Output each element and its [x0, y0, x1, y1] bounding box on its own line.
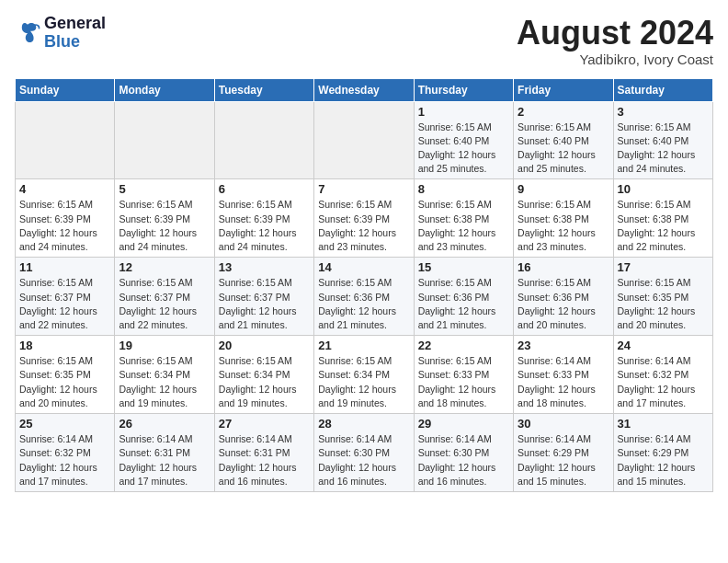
calendar-week-2: 4Sunrise: 6:15 AM Sunset: 6:39 PM Daylig…: [16, 179, 713, 258]
weekday-header-sunday: Sunday: [16, 78, 115, 101]
calendar-title: August 2024: [517, 15, 713, 52]
calendar-cell: 8Sunrise: 6:15 AM Sunset: 6:38 PM Daylig…: [414, 179, 513, 258]
day-info: Sunrise: 6:15 AM Sunset: 6:40 PM Dayligh…: [518, 121, 609, 177]
calendar-cell: 4Sunrise: 6:15 AM Sunset: 6:39 PM Daylig…: [16, 179, 115, 258]
day-info: Sunrise: 6:15 AM Sunset: 6:39 PM Dayligh…: [119, 198, 210, 254]
day-info: Sunrise: 6:15 AM Sunset: 6:33 PM Dayligh…: [418, 354, 509, 410]
day-info: Sunrise: 6:14 AM Sunset: 6:33 PM Dayligh…: [518, 354, 609, 410]
day-number: 7: [318, 182, 409, 196]
day-info: Sunrise: 6:14 AM Sunset: 6:30 PM Dayligh…: [318, 432, 409, 488]
calendar-cell: 10Sunrise: 6:15 AM Sunset: 6:38 PM Dayli…: [613, 179, 712, 258]
weekday-header-row: SundayMondayTuesdayWednesdayThursdayFrid…: [16, 78, 713, 101]
day-info: Sunrise: 6:15 AM Sunset: 6:37 PM Dayligh…: [119, 276, 210, 332]
day-number: 4: [19, 182, 110, 196]
day-number: 5: [119, 182, 210, 196]
calendar-cell: [16, 101, 115, 179]
day-number: 10: [618, 182, 709, 196]
day-number: 18: [19, 339, 110, 352]
day-number: 23: [518, 339, 609, 352]
calendar-cell: 22Sunrise: 6:15 AM Sunset: 6:33 PM Dayli…: [414, 336, 513, 414]
weekday-header-thursday: Thursday: [414, 78, 513, 101]
calendar-cell: 18Sunrise: 6:15 AM Sunset: 6:35 PM Dayli…: [16, 336, 115, 414]
day-info: Sunrise: 6:14 AM Sunset: 6:32 PM Dayligh…: [19, 432, 110, 488]
calendar-cell: 27Sunrise: 6:14 AM Sunset: 6:31 PM Dayli…: [214, 414, 313, 492]
calendar-cell: 19Sunrise: 6:15 AM Sunset: 6:34 PM Dayli…: [115, 336, 214, 414]
day-number: 22: [418, 339, 509, 352]
day-number: 14: [318, 260, 409, 274]
calendar-cell: 6Sunrise: 6:15 AM Sunset: 6:39 PM Daylig…: [214, 179, 313, 258]
day-info: Sunrise: 6:15 AM Sunset: 6:39 PM Dayligh…: [219, 198, 310, 254]
calendar-subtitle: Yadibikro, Ivory Coast: [517, 52, 713, 67]
calendar-body: 1Sunrise: 6:15 AM Sunset: 6:40 PM Daylig…: [16, 101, 713, 491]
day-info: Sunrise: 6:14 AM Sunset: 6:31 PM Dayligh…: [219, 432, 310, 488]
logo: General Blue: [15, 15, 106, 52]
day-info: Sunrise: 6:15 AM Sunset: 6:36 PM Dayligh…: [318, 276, 409, 332]
calendar-cell: [115, 101, 214, 179]
calendar-cell: 30Sunrise: 6:14 AM Sunset: 6:29 PM Dayli…: [514, 414, 613, 492]
calendar-cell: 17Sunrise: 6:15 AM Sunset: 6:35 PM Dayli…: [613, 258, 712, 336]
weekday-header-monday: Monday: [115, 78, 214, 101]
calendar-cell: 23Sunrise: 6:14 AM Sunset: 6:33 PM Dayli…: [514, 336, 613, 414]
calendar-cell: 7Sunrise: 6:15 AM Sunset: 6:39 PM Daylig…: [314, 179, 414, 258]
day-info: Sunrise: 6:15 AM Sunset: 6:38 PM Dayligh…: [518, 198, 609, 254]
day-info: Sunrise: 6:15 AM Sunset: 6:36 PM Dayligh…: [418, 276, 509, 332]
weekday-header-wednesday: Wednesday: [314, 78, 414, 101]
page-header: General Blue August 2024 Yadibikro, Ivor…: [15, 15, 713, 67]
day-number: 17: [618, 260, 709, 274]
calendar-cell: 25Sunrise: 6:14 AM Sunset: 6:32 PM Dayli…: [16, 414, 115, 492]
calendar-cell: [314, 101, 414, 179]
calendar-cell: 3Sunrise: 6:15 AM Sunset: 6:40 PM Daylig…: [613, 101, 712, 179]
calendar-cell: 9Sunrise: 6:15 AM Sunset: 6:38 PM Daylig…: [514, 179, 613, 258]
day-info: Sunrise: 6:15 AM Sunset: 6:34 PM Dayligh…: [318, 354, 409, 410]
calendar-cell: 15Sunrise: 6:15 AM Sunset: 6:36 PM Dayli…: [414, 258, 513, 336]
calendar-cell: 11Sunrise: 6:15 AM Sunset: 6:37 PM Dayli…: [16, 258, 115, 336]
day-number: 8: [418, 182, 509, 196]
day-info: Sunrise: 6:14 AM Sunset: 6:30 PM Dayligh…: [418, 432, 509, 488]
day-info: Sunrise: 6:15 AM Sunset: 6:40 PM Dayligh…: [418, 121, 509, 177]
calendar-cell: 26Sunrise: 6:14 AM Sunset: 6:31 PM Dayli…: [115, 414, 214, 492]
day-info: Sunrise: 6:15 AM Sunset: 6:34 PM Dayligh…: [119, 354, 210, 410]
day-info: Sunrise: 6:15 AM Sunset: 6:37 PM Dayligh…: [19, 276, 110, 332]
calendar-cell: 5Sunrise: 6:15 AM Sunset: 6:39 PM Daylig…: [115, 179, 214, 258]
calendar-cell: [214, 101, 313, 179]
day-number: 12: [119, 260, 210, 274]
day-info: Sunrise: 6:15 AM Sunset: 6:35 PM Dayligh…: [618, 276, 709, 332]
day-number: 29: [418, 417, 509, 431]
calendar-cell: 21Sunrise: 6:15 AM Sunset: 6:34 PM Dayli…: [314, 336, 414, 414]
day-number: 26: [119, 417, 210, 431]
day-info: Sunrise: 6:15 AM Sunset: 6:38 PM Dayligh…: [418, 198, 509, 254]
day-info: Sunrise: 6:15 AM Sunset: 6:38 PM Dayligh…: [618, 198, 709, 254]
calendar-cell: 29Sunrise: 6:14 AM Sunset: 6:30 PM Dayli…: [414, 414, 513, 492]
day-info: Sunrise: 6:14 AM Sunset: 6:29 PM Dayligh…: [518, 432, 609, 488]
day-info: Sunrise: 6:15 AM Sunset: 6:34 PM Dayligh…: [219, 354, 310, 410]
day-info: Sunrise: 6:15 AM Sunset: 6:35 PM Dayligh…: [19, 354, 110, 410]
day-number: 9: [518, 182, 609, 196]
calendar-cell: 31Sunrise: 6:14 AM Sunset: 6:29 PM Dayli…: [613, 414, 712, 492]
calendar-week-4: 18Sunrise: 6:15 AM Sunset: 6:35 PM Dayli…: [16, 336, 713, 414]
day-number: 25: [19, 417, 110, 431]
day-info: Sunrise: 6:14 AM Sunset: 6:31 PM Dayligh…: [119, 432, 210, 488]
day-info: Sunrise: 6:15 AM Sunset: 6:36 PM Dayligh…: [518, 276, 609, 332]
calendar-cell: 28Sunrise: 6:14 AM Sunset: 6:30 PM Dayli…: [314, 414, 414, 492]
calendar-cell: 20Sunrise: 6:15 AM Sunset: 6:34 PM Dayli…: [214, 336, 313, 414]
day-info: Sunrise: 6:15 AM Sunset: 6:40 PM Dayligh…: [618, 121, 709, 177]
weekday-header-saturday: Saturday: [613, 78, 712, 101]
weekday-header-friday: Friday: [514, 78, 613, 101]
calendar-cell: 14Sunrise: 6:15 AM Sunset: 6:36 PM Dayli…: [314, 258, 414, 336]
calendar-cell: 12Sunrise: 6:15 AM Sunset: 6:37 PM Dayli…: [115, 258, 214, 336]
calendar-cell: 2Sunrise: 6:15 AM Sunset: 6:40 PM Daylig…: [514, 101, 613, 179]
calendar-cell: 1Sunrise: 6:15 AM Sunset: 6:40 PM Daylig…: [414, 101, 513, 179]
day-number: 30: [518, 417, 609, 431]
calendar-week-3: 11Sunrise: 6:15 AM Sunset: 6:37 PM Dayli…: [16, 258, 713, 336]
calendar-cell: 13Sunrise: 6:15 AM Sunset: 6:37 PM Dayli…: [214, 258, 313, 336]
logo-icon: [15, 20, 40, 46]
day-number: 3: [618, 105, 709, 119]
day-info: Sunrise: 6:14 AM Sunset: 6:29 PM Dayligh…: [618, 432, 709, 488]
day-number: 15: [418, 260, 509, 274]
day-number: 21: [318, 339, 409, 352]
day-number: 6: [219, 182, 310, 196]
weekday-header-tuesday: Tuesday: [214, 78, 313, 101]
calendar-cell: 24Sunrise: 6:14 AM Sunset: 6:32 PM Dayli…: [613, 336, 712, 414]
day-number: 28: [318, 417, 409, 431]
day-info: Sunrise: 6:14 AM Sunset: 6:32 PM Dayligh…: [618, 354, 709, 410]
